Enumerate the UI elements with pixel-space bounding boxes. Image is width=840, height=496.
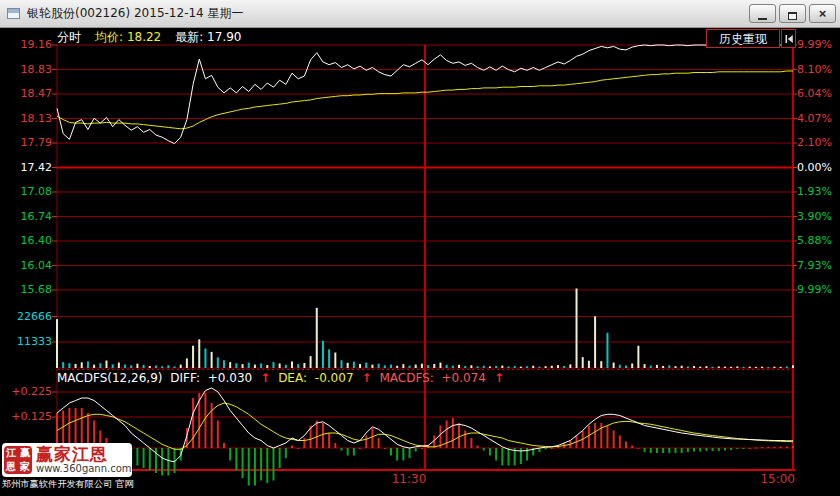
- axis-label: 6.04%: [797, 87, 840, 101]
- axis-label: 3.90%: [797, 210, 840, 224]
- app-icon: [7, 8, 20, 19]
- brand-footer-text: 郑州市赢软件开发有限公司 官网: [2, 478, 133, 490]
- axis-label: 2.10%: [797, 136, 840, 150]
- axis-label: 9.99%: [797, 38, 840, 52]
- mode-label: 分时: [57, 29, 81, 46]
- minimize-icon: [758, 18, 767, 20]
- axis-label: 1.93%: [797, 185, 840, 199]
- axis-label: 8.10%: [797, 63, 840, 77]
- window-controls: ×: [749, 4, 836, 23]
- title-bar: 银轮股份(002126) 2015-12-14 星期一 ×: [0, 0, 840, 28]
- macd-diff: DIFF: +0.030: [170, 371, 256, 385]
- brand-logo: 江赢恩家 赢家江恩 www.360gann.com 郑州市赢软件开发有限公司 官…: [2, 443, 144, 491]
- axis-label: 16.40: [2, 234, 52, 248]
- chart-canvas[interactable]: [0, 0, 840, 496]
- axis-label: 7.93%: [797, 259, 840, 273]
- brand-seal-icon: 江赢恩家: [4, 446, 32, 474]
- macdfs-up-arrow-icon: ↑: [494, 371, 504, 385]
- axis-label: 16.04: [2, 259, 52, 273]
- axis-label: 19.16: [2, 38, 52, 52]
- axis-label: 9.99%: [797, 283, 840, 297]
- skip-to-start-icon: [784, 34, 794, 44]
- macd-dea: DEA: -0.007: [278, 371, 357, 385]
- axis-label: +0.225: [2, 385, 52, 399]
- avg-price: 均价: 18.22: [95, 29, 161, 46]
- close-icon: ×: [810, 6, 835, 22]
- macd-header: MACDFS(12,26,9) DIFF: +0.030↑ DEA: -0.00…: [57, 371, 508, 385]
- app-window: 银轮股份(002126) 2015-12-14 星期一 × 分时 均价: 18.…: [0, 0, 840, 496]
- history-replay-button[interactable]: 历史重现: [706, 29, 780, 48]
- brand-logo-box: 江赢恩家 赢家江恩 www.360gann.com: [2, 443, 132, 477]
- skip-to-start-button[interactable]: [781, 29, 796, 48]
- avg-price-value: 18.22: [127, 30, 161, 44]
- axis-label: 22666: [2, 310, 52, 324]
- axis-label: 17.42: [2, 161, 52, 175]
- time-label-1500: 15:00: [747, 472, 795, 486]
- dea-up-arrow-icon: ↑: [362, 371, 372, 385]
- minimize-button[interactable]: [749, 4, 776, 23]
- brand-name: 赢家江恩: [36, 446, 132, 463]
- brand-url: www.360gann.com: [36, 463, 132, 474]
- window-title: 银轮股份(002126) 2015-12-14 星期一: [27, 0, 244, 27]
- axis-label: 18.47: [2, 87, 52, 101]
- axis-label: 18.83: [2, 63, 52, 77]
- diff-up-arrow-icon: ↑: [260, 371, 270, 385]
- macd-macdfs: MACDFS: +0.074: [379, 371, 490, 385]
- last-price-value: 17.90: [207, 30, 241, 44]
- macd-params: MACDFS(12,26,9): [57, 371, 162, 385]
- close-button[interactable]: ×: [809, 4, 836, 23]
- axis-label: 4.07%: [797, 112, 840, 126]
- axis-label: 17.08: [2, 185, 52, 199]
- axis-label: 18.13: [2, 112, 52, 126]
- last-price: 最新: 17.90: [175, 29, 241, 46]
- axis-label: 0.00%: [797, 161, 840, 175]
- axis-label: 5.88%: [797, 234, 840, 248]
- maximize-icon: [788, 12, 797, 20]
- axis-label: 15.68: [2, 283, 52, 297]
- info-bar: 分时 均价: 18.22 最新: 17.90: [57, 29, 241, 46]
- axis-label: 16.74: [2, 210, 52, 224]
- maximize-button[interactable]: [779, 4, 806, 23]
- axis-label: 17.79: [2, 136, 52, 150]
- axis-label: 11333: [2, 335, 52, 349]
- time-label-1130: 11:30: [385, 472, 433, 486]
- axis-label: +0.125: [2, 410, 52, 424]
